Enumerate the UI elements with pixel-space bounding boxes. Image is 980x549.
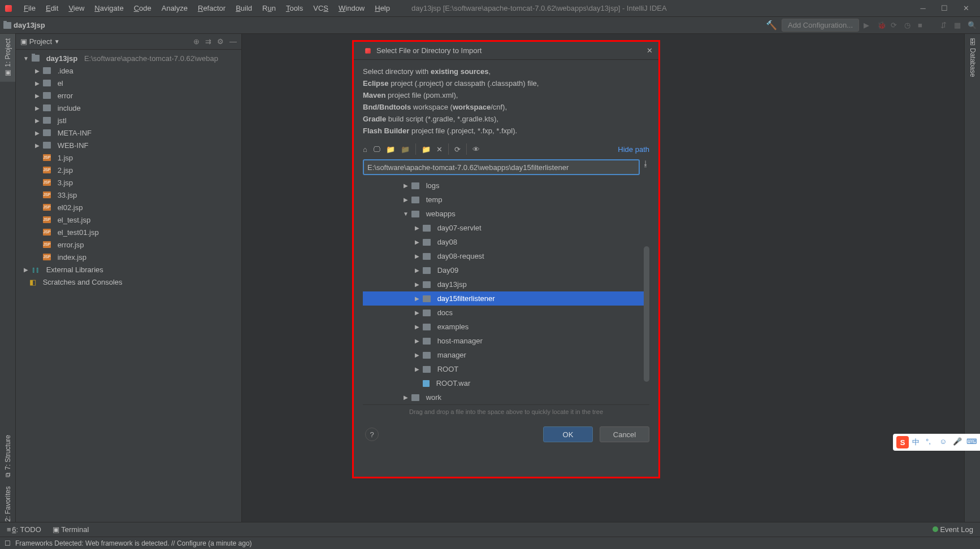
run-icon[interactable]: ▶ (864, 21, 873, 30)
tree-item-file[interactable]: ROOT.war (363, 376, 649, 390)
tree-item[interactable]: ▶ day13jsp (363, 277, 649, 291)
project-tree[interactable]: ▼ day13jsp E:\software\apache-tomcat-7.0… (16, 50, 241, 290)
hide-icon[interactable]: — (229, 37, 237, 46)
locate-icon[interactable]: ⊕ (193, 37, 200, 46)
status-text[interactable]: Frameworks Detected: Web framework is de… (15, 539, 252, 547)
menu-code[interactable]: Code (129, 2, 156, 15)
project-panel-header[interactable]: ▣ Project ▼ ⊕ ⇉ ⚙ — (16, 34, 241, 50)
breadcrumb[interactable]: day13jsp (3, 21, 45, 29)
menu-vcs[interactable]: VCS (309, 2, 333, 15)
todo-tab[interactable]: ≡ 6: 6: TODOTODO (7, 525, 41, 534)
tree-item[interactable]: ▶ examples (363, 320, 649, 334)
new-folder-icon[interactable]: 📁 (422, 145, 431, 154)
file-tree[interactable]: ▶ logs ▶ temp ▼ webapps ▶ day07-servlet … (363, 178, 649, 405)
window-maximize[interactable]: ☐ (939, 3, 949, 14)
build-icon[interactable]: 🔨 (766, 20, 777, 30)
scrollbar[interactable] (644, 246, 649, 382)
tree-file[interactable]: JSP el02.jsp (16, 201, 241, 213)
terminal-tab[interactable]: ▣ Terminal (53, 525, 89, 534)
hide-path-link[interactable]: Hide path (618, 145, 649, 154)
menu-edit[interactable]: Edit (41, 2, 63, 15)
window-minimize[interactable]: ─ (918, 3, 928, 14)
menu-analyze[interactable]: Analyze (157, 2, 192, 15)
tree-file[interactable]: JSP index.jsp (16, 251, 241, 263)
cancel-button[interactable]: Cancel (600, 426, 649, 442)
home-icon[interactable]: ⌂ (363, 145, 367, 154)
tree-file[interactable]: JSP el_test.jsp (16, 213, 241, 226)
tree-folder[interactable]: ▶ .idea (16, 64, 241, 77)
menu-window[interactable]: Window (334, 2, 369, 15)
tree-folder[interactable]: ▶ WEB-INF (16, 139, 241, 151)
ok-button[interactable]: OK (543, 426, 593, 442)
external-libraries[interactable]: ▶⫿⫿ External Libraries (16, 263, 241, 276)
tab-database[interactable]: 🗄Database (965, 34, 980, 81)
menu-view[interactable]: View (64, 2, 89, 15)
tree-file[interactable]: JSP 33.jsp (16, 189, 241, 201)
dialog-titlebar[interactable]: Select File or Directory to Import ✕ (354, 42, 658, 60)
menu-help[interactable]: Help (370, 2, 394, 15)
menu-file[interactable]: File (19, 2, 40, 15)
stop-icon[interactable]: ■ (918, 21, 927, 30)
history-dropdown-icon[interactable]: ⭳ (642, 159, 649, 175)
expand-icon[interactable]: ⇉ (205, 37, 211, 46)
tree-item[interactable]: ▶ ROOT (363, 362, 649, 376)
tree-item[interactable]: ▶ day08-request (363, 249, 649, 263)
debug-icon[interactable]: 🐞 (877, 21, 886, 30)
tree-item[interactable]: ▶ day07-servlet (363, 221, 649, 235)
tree-item[interactable]: ▶ docs (363, 306, 649, 320)
project-root[interactable]: ▼ day13jsp E:\software\apache-tomcat-7.0… (16, 52, 241, 64)
help-button[interactable]: ? (365, 428, 379, 441)
project-dir-icon[interactable]: 📁 (386, 145, 395, 154)
ime-keyboard-icon[interactable]: ⌨ (966, 437, 977, 447)
scratches[interactable]: ◧ Scratches and Consoles (16, 276, 241, 288)
update-icon[interactable]: ⇵ (940, 21, 949, 30)
tree-file[interactable]: JSP error.jsp (16, 238, 241, 251)
tree-item[interactable]: ▼ webapps (363, 207, 649, 221)
coverage-icon[interactable]: ⟳ (891, 21, 900, 30)
tree-folder[interactable]: ▶ jstl (16, 114, 241, 127)
profile-icon[interactable]: ◷ (904, 21, 913, 30)
refresh-icon[interactable]: ⟳ (454, 145, 461, 154)
ime-emoji-icon[interactable]: ☺ (939, 437, 949, 447)
menu-run[interactable]: Run (258, 2, 280, 15)
menu-tools[interactable]: Tools (281, 2, 307, 15)
tree-item[interactable]: ▶ Day09 (363, 263, 649, 277)
tree-item[interactable]: ▶ work (363, 390, 649, 404)
show-hidden-icon[interactable]: 👁 (472, 145, 480, 154)
tab-structure[interactable]: ⧉7: Structure (0, 430, 15, 482)
gear-icon[interactable]: ⚙ (217, 37, 224, 46)
tree-folder[interactable]: ▶ include (16, 102, 241, 114)
ime-voice-icon[interactable]: 🎤 (953, 437, 963, 447)
desktop-icon[interactable]: 🖵 (373, 145, 380, 154)
run-config-button[interactable]: Add Configuration... (782, 19, 859, 32)
tree-item[interactable]: ▶ logs (363, 178, 649, 193)
close-icon[interactable]: ✕ (647, 46, 653, 55)
tree-item[interactable]: ▶ manager (363, 348, 649, 362)
tree-folder[interactable]: ▶ el (16, 77, 241, 89)
tree-folder[interactable]: ▶ META-INF (16, 127, 241, 139)
tab-project[interactable]: ▣1: Project (0, 34, 15, 82)
delete-icon[interactable]: ✕ (436, 145, 443, 154)
menu-navigate[interactable]: Navigate (90, 2, 128, 15)
tree-file[interactable]: JSP 2.jsp (16, 164, 241, 176)
tree-file[interactable]: JSP 3.jsp (16, 176, 241, 189)
tree-file[interactable]: JSP 1.jsp (16, 151, 241, 164)
menu-refactor[interactable]: Refactor (193, 2, 230, 15)
ime-punct-icon[interactable]: °, (926, 437, 936, 447)
structure-icon[interactable]: ▦ (954, 21, 963, 30)
ime-sogou-icon[interactable]: S (896, 436, 909, 448)
status-icon[interactable]: ☐ (5, 539, 11, 547)
window-close[interactable]: ✕ (961, 3, 971, 14)
tree-folder[interactable]: ▶ error (16, 89, 241, 102)
event-log-tab[interactable]: Event Log (933, 525, 973, 534)
search-everywhere-icon[interactable]: 🔍 (968, 21, 977, 30)
ime-chinese-icon[interactable]: 中 (912, 437, 922, 447)
module-dir-icon[interactable]: 📁 (401, 145, 410, 154)
menu-build[interactable]: Build (231, 2, 257, 15)
tree-item[interactable]: ▶ day08 (363, 235, 649, 249)
ime-bar[interactable]: S 中 °, ☺ 🎤 ⌨ (893, 434, 980, 451)
path-input[interactable] (363, 159, 640, 175)
tree-item[interactable]: ▶ host-manager (363, 334, 649, 348)
tree-file[interactable]: JSP el_test01.jsp (16, 226, 241, 238)
tree-item-selected[interactable]: ▶ day15filterlistener (363, 291, 649, 306)
